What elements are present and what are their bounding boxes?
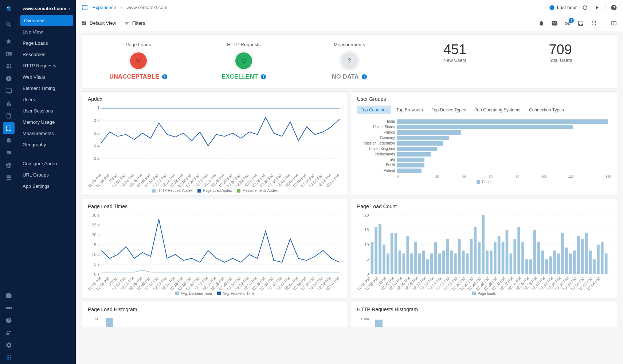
settings-icon[interactable] [3,339,15,351]
sidebar-item-live-view[interactable]: Live View [17,26,76,37]
svg-rect-125 [438,253,441,274]
sidebar-item-app-settings[interactable]: App Settings [17,181,76,192]
svg-rect-115 [399,250,401,274]
big-number: 451 [402,42,508,58]
countries-legend: Count [357,180,611,184]
refresh-icon[interactable] [582,4,588,11]
sidebar-item-measurements[interactable]: Measurements [17,128,76,139]
svg-rect-123 [430,253,433,274]
grid-icon[interactable] [3,60,15,72]
experience-icon[interactable] [3,122,15,134]
metric-title: HTTP Requests [191,42,297,47]
svg-rect-132 [466,253,469,274]
monitor-icon[interactable] [3,85,15,97]
filters-button[interactable]: Filters [124,20,145,26]
tab-top-device-types[interactable]: Top Device Types [428,106,470,114]
big-number: 709 [508,42,613,58]
sidebar-item-http-requests[interactable]: HTTP Requests [17,60,76,71]
gift-icon[interactable] [3,290,15,301]
globe-icon[interactable] [3,159,15,171]
panel-user-groups: User Groups Top CountriesTop BrowsersTop… [351,91,617,196]
apps-icon[interactable] [3,352,15,363]
svg-rect-149 [533,230,536,274]
country-row: Germany [357,135,611,141]
help-icon[interactable] [3,314,15,326]
split-icon[interactable] [611,20,617,27]
sidebar-item-user-sessions[interactable]: User Sessions [17,105,76,116]
play-icon[interactable] [593,4,600,11]
sidebar-item-users[interactable]: Users [17,94,76,105]
rocket-icon[interactable] [3,36,15,47]
metric-status: EXCELLENTi [191,74,297,80]
metric-title: Page Loads [86,42,191,47]
logo[interactable] [3,3,15,15]
svg-text:5: 5 [367,257,369,261]
info-icon[interactable]: i [362,74,367,79]
panel-title: Apdex [88,96,342,102]
bell-icon[interactable] [538,20,545,27]
panel-title: Page Load Histogram [88,306,342,312]
site-name: www.sematext.com [23,6,66,11]
flag-icon[interactable] [3,147,15,159]
search-icon[interactable] [3,19,15,31]
svg-rect-147 [525,260,528,274]
svg-text:1: 1 [97,106,99,110]
panel-title: Page Load Count [357,203,611,209]
sidebar-item-overview[interactable]: Overview [20,15,73,26]
default-view-button[interactable]: Default View [82,20,116,26]
sidebar-item-web-vitals[interactable]: Web Vitals [17,71,76,83]
fullscreen-icon[interactable] [591,20,597,27]
sidebar-item-geography[interactable]: Geography [17,139,76,150]
bar-chart-icon[interactable] [3,98,15,109]
info-icon[interactable]: i [162,74,167,79]
sidebar-header[interactable]: www.sematext.com ▾ [17,2,76,15]
panel-page-load-histogram: Page Load Histogram 14 [82,302,348,327]
sidebar-item-url-groups[interactable]: URL Groups [17,169,76,181]
sidebar-item-configure-apdex[interactable]: Configure Apdex [17,158,76,169]
svg-text:14: 14 [94,317,98,321]
file-icon[interactable] [3,110,15,122]
svg-rect-166 [601,242,604,274]
svg-rect-140 [498,236,501,274]
team-icon[interactable] [3,327,15,339]
icon-rail [0,0,17,364]
tab-top-browsers[interactable]: Top Browsers [393,106,427,114]
big-number-label: Total Users [508,58,613,63]
svg-rect-152 [545,260,548,274]
svg-rect-156 [561,233,564,274]
angry-face-icon [130,52,147,69]
megaphone-icon[interactable] [3,302,15,314]
country-row: Russian Federation [357,141,611,146]
svg-rect-121 [422,250,425,274]
controller-icon[interactable] [3,48,15,60]
info-icon[interactable]: i [261,74,266,79]
country-row: n/a [357,157,611,162]
svg-rect-144 [513,239,516,274]
sidebar-item-page-loads[interactable]: Page Loads [17,37,76,49]
sidebar-item-element-timing[interactable]: Element Timing [17,83,76,94]
mail-icon[interactable] [551,20,558,27]
tab-top-operating-systems[interactable]: Top Operating Systems [471,106,524,114]
tab-connection-types[interactable]: Connection Types [525,106,568,114]
help-circle-icon[interactable] [611,4,617,11]
svg-rect-164 [593,260,596,274]
inbox-icon[interactable] [577,20,584,27]
breadcrumb-root[interactable]: Experience [93,5,116,10]
svg-rect-138 [490,250,493,274]
tab-top-countries[interactable]: Top Countries [357,106,391,114]
server-icon[interactable] [3,172,15,183]
focus-icon[interactable] [82,4,88,11]
user-groups-tabs: Top CountriesTop BrowsersTop Device Type… [357,106,611,114]
page-load-count-legend: Page loads [357,292,611,296]
sidebar-item-resources[interactable]: Resources [17,49,76,60]
robot-icon[interactable] [3,135,15,146]
link-icon[interactable]: 3 [564,20,571,27]
svg-text:25 s: 25 s [92,223,100,227]
svg-rect-108 [371,242,373,274]
svg-text:15 s: 15 s [92,242,100,247]
alert-icon[interactable] [3,73,15,84]
country-row: Netherlands [357,151,611,157]
link-badge: 3 [569,18,574,23]
time-range-selector[interactable]: Last hour [549,5,577,11]
sidebar-item-memory-usage[interactable]: Memory Usage [17,116,76,128]
